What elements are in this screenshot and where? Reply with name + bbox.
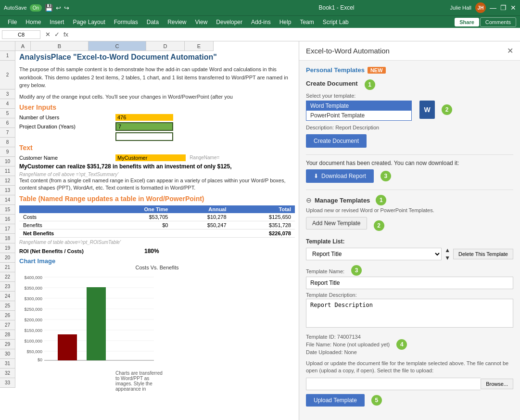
- row-29: 29: [0, 340, 15, 349]
- menu-file[interactable]: File: [4, 18, 21, 26]
- row-33: 33: [0, 378, 15, 388]
- delete-template-button[interactable]: Delete This Template: [453, 249, 513, 259]
- row-24: 24: [0, 292, 15, 301]
- date-uploaded: Date Uploaded: None: [306, 349, 390, 355]
- menu-developer[interactable]: Developer: [212, 18, 246, 26]
- manage-circle-5: 5: [371, 395, 382, 406]
- row-30: 30: [0, 349, 15, 359]
- move-up-button[interactable]: ▲: [444, 247, 450, 254]
- customer-value[interactable]: MyCustomer: [115, 154, 186, 161]
- template-selector[interactable]: Word Template PowerPoint Template: [306, 101, 412, 121]
- share-button[interactable]: Share: [455, 18, 479, 26]
- row-26: 26: [0, 311, 15, 320]
- table-col-label: [19, 205, 103, 213]
- restore-button[interactable]: ❐: [500, 4, 507, 12]
- row-10: 10: [0, 157, 15, 166]
- file-input-area[interactable]: [306, 378, 481, 390]
- template-name-input[interactable]: [306, 277, 513, 289]
- menu-formulas[interactable]: Formulas: [110, 18, 142, 26]
- menu-view[interactable]: View: [191, 18, 212, 26]
- upload-template-button[interactable]: Upload Template: [306, 394, 365, 407]
- cancel-formula-icon[interactable]: ✕: [45, 31, 51, 38]
- create-document-button[interactable]: Create Document: [306, 134, 367, 148]
- row-18: 18: [0, 234, 15, 243]
- row-22: 22: [0, 272, 15, 282]
- empty-cell[interactable]: [115, 132, 173, 141]
- costs-annual: $10,278: [172, 213, 230, 221]
- panel-close-button[interactable]: ✕: [507, 46, 513, 55]
- sheet-body: 1 2 3 4 5 6 7 8 9 10 11 12 13 14 15 16 1…: [0, 51, 299, 420]
- menu-home[interactable]: Home: [22, 18, 45, 26]
- svg-text:$250,000: $250,000: [24, 307, 42, 312]
- upload-instructions: Upload or update the document file for t…: [306, 360, 513, 375]
- menu-help[interactable]: Help: [276, 18, 295, 26]
- chart-svg: $400,000 $350,000 $300,000 $250,000 $200…: [19, 272, 164, 369]
- users-value[interactable]: 476: [115, 114, 173, 121]
- template-id-row: Template ID: 74007134 File Name: None (n…: [306, 332, 390, 357]
- main-area: A B C D E 1 2 3 4 5 6 7 8 9 10 11 12: [0, 41, 520, 420]
- roi-value: 180%: [144, 248, 159, 255]
- svg-text:$200,000: $200,000: [24, 318, 42, 322]
- row-11: 11: [0, 166, 15, 176]
- create-document-title: Create Document: [306, 80, 358, 87]
- create-doc-label: Create Document: [314, 138, 359, 144]
- net-onetime: [103, 229, 172, 237]
- move-down-button[interactable]: ▼: [444, 255, 450, 261]
- row-9: 9: [0, 147, 15, 157]
- row-20: 20: [0, 253, 15, 263]
- row-25: 25: [0, 301, 15, 311]
- menu-page-layout[interactable]: Page Layout: [69, 18, 109, 26]
- menu-insert[interactable]: Insert: [46, 18, 68, 26]
- row-2: 2: [0, 61, 15, 89]
- minimize-button[interactable]: —: [490, 4, 496, 12]
- excel-sheet: A B C D E 1 2 3 4 5 6 7 8 9 10 11 12: [0, 41, 299, 420]
- redo-icon[interactable]: ↪: [64, 4, 69, 12]
- benefits-bar: [87, 287, 106, 360]
- formula-input[interactable]: [73, 31, 518, 38]
- row-7: 7: [0, 128, 15, 138]
- menu-scriptlab[interactable]: Script Lab: [319, 18, 353, 26]
- template-list-select[interactable]: Report Title: [306, 248, 442, 260]
- template-description-input[interactable]: Report Description: [306, 299, 513, 328]
- personal-templates-header: Personal Templates NEW: [306, 66, 513, 74]
- download-report-button[interactable]: ⬇ Download Report: [306, 169, 374, 183]
- svg-text:$0: $0: [38, 357, 42, 362]
- download-icon: ⬇: [314, 173, 318, 179]
- comments-button[interactable]: Comments: [480, 17, 516, 27]
- menu-team[interactable]: Team: [296, 18, 317, 26]
- sheet-description: The purpose of this sample content is to…: [19, 65, 295, 89]
- menu-bar: File Home Insert Page Layout Formulas Da…: [0, 15, 520, 28]
- manage-templates-label: Manage Templates: [315, 197, 370, 204]
- row-numbers: 1 2 3 4 5 6 7 8 9 10 11 12 13 14 15 16 1…: [0, 51, 15, 420]
- template-option-ppt[interactable]: PowerPoint Template: [306, 111, 411, 120]
- users-label: Number of Users: [19, 115, 115, 120]
- menu-addins[interactable]: Add-ins: [247, 18, 275, 26]
- template-list-label: Template List:: [306, 238, 513, 245]
- create-circle-1: 1: [365, 79, 375, 90]
- confirm-formula-icon[interactable]: ✓: [54, 31, 60, 38]
- title-bar: AutoSave On 💾 ↩ ↪ Book1 - Excel Julie Ha…: [0, 0, 520, 15]
- close-button[interactable]: ✕: [510, 4, 516, 12]
- table-col-total: Total: [230, 205, 295, 213]
- template-option-word[interactable]: Word Template: [306, 101, 411, 111]
- add-new-template-button[interactable]: Add New Template: [306, 217, 367, 229]
- roi-row: ROI (Net Benefits / Costs) 180%: [19, 248, 295, 255]
- bold-benefits: MyCustomer can realize $351,728 in benef…: [19, 163, 295, 170]
- undo-icon[interactable]: ↩: [56, 4, 61, 12]
- template-description-row: Description: Report Description: [306, 125, 513, 130]
- benefits-total: $351,728: [230, 221, 295, 229]
- browse-button[interactable]: Browse...: [481, 379, 513, 389]
- duration-value[interactable]: 7: [115, 122, 173, 131]
- function-icon[interactable]: fx: [63, 31, 68, 38]
- column-headers: A B C D E: [0, 41, 299, 51]
- costs-total: $125,650: [230, 213, 295, 221]
- download-section: Your document has been created. You can …: [306, 160, 513, 183]
- autosave-toggle[interactable]: On: [30, 4, 42, 12]
- cell-reference-input[interactable]: [2, 30, 40, 39]
- formula-bar: ✕ ✓ fx: [0, 28, 520, 41]
- menu-review[interactable]: Review: [164, 18, 190, 26]
- save-icon[interactable]: 💾: [45, 4, 53, 12]
- row-27: 27: [0, 320, 15, 330]
- menu-data[interactable]: Data: [143, 18, 163, 26]
- download-circle: 3: [380, 171, 391, 181]
